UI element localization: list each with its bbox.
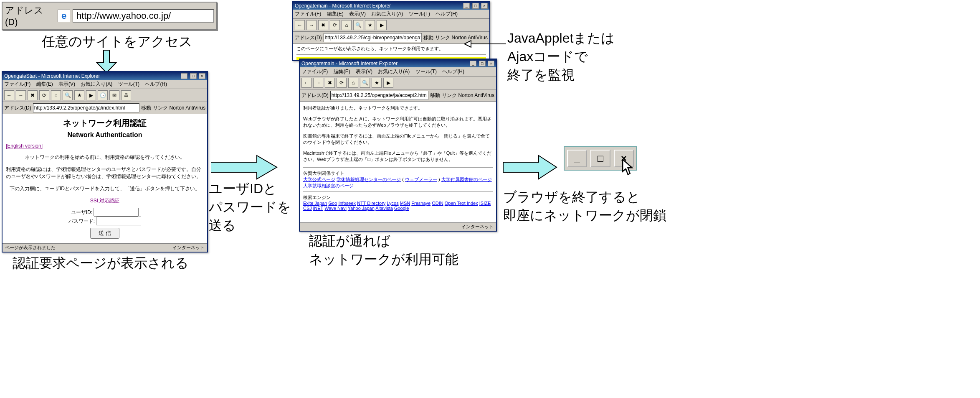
back-button[interactable]: ← bbox=[295, 20, 305, 30]
maximize-button[interactable]: □ bbox=[472, 3, 479, 9]
menu-fav[interactable]: お気に入り(A) bbox=[81, 81, 112, 87]
menu-help[interactable]: ヘルプ(H) bbox=[442, 69, 464, 74]
search-link[interactable]: Goo bbox=[329, 201, 337, 206]
menu-help[interactable]: ヘルプ(H) bbox=[145, 81, 167, 87]
minimize-button[interactable]: _ bbox=[181, 73, 187, 79]
fwd-button[interactable]: → bbox=[16, 90, 26, 100]
go-button[interactable]: 移動 bbox=[141, 105, 151, 112]
menu-view[interactable]: 表示(V) bbox=[58, 81, 75, 87]
menu-tools[interactable]: ツール(T) bbox=[118, 81, 139, 87]
search-button[interactable]: 🔍 bbox=[353, 20, 363, 30]
maximize-button[interactable]: □ bbox=[479, 61, 486, 66]
search-link[interactable]: iNET bbox=[313, 206, 323, 211]
minimize-button[interactable]: _ bbox=[463, 3, 470, 9]
close-button[interactable]: × bbox=[481, 3, 488, 9]
fwd-button[interactable]: → bbox=[306, 20, 317, 30]
arrow-down-icon bbox=[96, 50, 117, 73]
address-input[interactable] bbox=[324, 33, 422, 42]
stop-button[interactable]: ✖ bbox=[318, 20, 328, 30]
english-link[interactable]: [English version] bbox=[6, 143, 43, 149]
go-button[interactable]: 移動 bbox=[423, 34, 433, 41]
menu-fav[interactable]: お気に入り(A) bbox=[378, 69, 410, 74]
toolbar: ← → ✖ ⟳ ⌂ 🔍 ★ ▶ 🕓 ✉ 🖶 bbox=[3, 89, 207, 102]
search-link[interactable]: Exite Japan bbox=[303, 201, 327, 206]
back-button[interactable]: ← bbox=[4, 90, 14, 100]
search-link[interactable]: Open Text Index bbox=[445, 201, 478, 206]
caption-send-creds: ユーザIDと パスワードを 送る bbox=[209, 180, 291, 235]
search-button[interactable]: 🔍 bbox=[63, 90, 73, 100]
menu-fav[interactable]: お気に入り(A) bbox=[371, 11, 403, 17]
maximize-button[interactable]: □ bbox=[190, 73, 197, 79]
refresh-button[interactable]: ⟳ bbox=[330, 20, 340, 30]
accept-line2: Webブラウザが終了したときに、ネットワーク利用許可は自動的に取り消されます。悪… bbox=[303, 116, 493, 128]
rel-link[interactable]: 大学就職相談室のページ bbox=[303, 183, 354, 188]
search-link[interactable]: Altavista bbox=[375, 206, 393, 211]
search-link[interactable]: Lycos bbox=[387, 201, 398, 206]
rel-link[interactable]: 大学付属図書館のページ bbox=[441, 177, 492, 182]
stop-button[interactable]: ✖ bbox=[325, 78, 335, 88]
ssl-link[interactable]: SSL対応認証 bbox=[90, 198, 120, 204]
window-buttons: _ □ × bbox=[469, 60, 494, 66]
search-link[interactable]: Freshaye bbox=[411, 201, 430, 206]
go-button[interactable]: 移動 bbox=[430, 92, 440, 99]
minimize-button[interactable]: _ bbox=[567, 150, 587, 167]
submit-button[interactable]: 送 信 bbox=[90, 228, 119, 239]
fav-button[interactable]: ★ bbox=[365, 20, 375, 30]
rel-link[interactable]: 大学公式ページ bbox=[303, 177, 335, 182]
search-link[interactable]: ODIN bbox=[432, 201, 443, 206]
fwd-button[interactable]: → bbox=[313, 78, 323, 88]
search-link[interactable]: MSN bbox=[400, 201, 410, 206]
close-button[interactable]: × bbox=[199, 73, 205, 79]
menu-file[interactable]: ファイル(F) bbox=[295, 11, 321, 17]
close-button[interactable]: × bbox=[488, 61, 494, 66]
media-button[interactable]: ▶ bbox=[377, 20, 387, 30]
search-link[interactable]: NTT Directory bbox=[357, 201, 385, 206]
menu-tools[interactable]: ツール(T) bbox=[415, 69, 437, 74]
close-button[interactable]: × bbox=[614, 150, 634, 167]
menu-tools[interactable]: ツール(T) bbox=[409, 11, 430, 17]
menu-edit[interactable]: 編集(E) bbox=[327, 11, 344, 17]
rel-link[interactable]: ウェブメーラー bbox=[405, 177, 437, 182]
accept-line3: 図書館の専用端末で終了するには、画面左上端のFileメニューから「閉じる」を選ん… bbox=[303, 133, 493, 145]
menu-edit[interactable]: 編集(E) bbox=[334, 69, 350, 74]
menu-help[interactable]: ヘルプ(H) bbox=[436, 11, 458, 17]
rel-link[interactable]: 学術情報処理センターのページ bbox=[337, 177, 401, 182]
media-button[interactable]: ▶ bbox=[86, 90, 96, 100]
address-input[interactable] bbox=[330, 91, 428, 100]
links-label: リンク bbox=[442, 92, 457, 99]
auth-p3: 下の入力欄に、ユーザIDとパスワードを入力して、「送信」ボタンを押して下さい。 bbox=[6, 185, 204, 192]
media-button[interactable]: ▶ bbox=[383, 78, 393, 88]
norton-label: Norton AntiVirus bbox=[170, 105, 206, 111]
maximize-button[interactable]: □ bbox=[590, 150, 610, 167]
address-input[interactable] bbox=[33, 103, 139, 112]
menu-view[interactable]: 表示(V) bbox=[356, 69, 372, 74]
userid-input[interactable] bbox=[94, 208, 139, 217]
history-button[interactable]: 🕓 bbox=[98, 90, 108, 100]
home-button[interactable]: ⌂ bbox=[348, 78, 358, 88]
minimize-button[interactable]: _ bbox=[470, 61, 476, 66]
search-link[interactable]: Yahoo Japan bbox=[348, 206, 375, 211]
mail-button[interactable]: ✉ bbox=[109, 90, 119, 100]
search-link[interactable]: Wave Navi bbox=[324, 206, 347, 211]
home-button[interactable]: ⌂ bbox=[342, 20, 352, 30]
search-link[interactable]: Infoseek bbox=[338, 201, 356, 206]
search-link[interactable]: Google bbox=[394, 206, 409, 211]
search-link[interactable]: CSJ bbox=[303, 206, 312, 211]
menu-file[interactable]: ファイル(F) bbox=[4, 81, 30, 87]
search-button[interactable]: 🔍 bbox=[360, 78, 370, 88]
menu-view[interactable]: 表示(V) bbox=[349, 11, 366, 17]
refresh-button[interactable]: ⟳ bbox=[337, 78, 347, 88]
stop-button[interactable]: ✖ bbox=[28, 90, 38, 100]
fav-button[interactable]: ★ bbox=[74, 90, 84, 100]
home-button[interactable]: ⌂ bbox=[51, 90, 61, 100]
fav-button[interactable]: ★ bbox=[372, 78, 382, 88]
print-button[interactable]: 🖶 bbox=[121, 90, 131, 100]
toolbar: ← → ✖ ⟳ ⌂ 🔍 ★ ▶ bbox=[293, 19, 489, 32]
address-url[interactable]: http://www.yahoo.co.jp/ bbox=[73, 9, 214, 23]
menu-file[interactable]: ファイル(F) bbox=[301, 69, 328, 74]
search-link[interactable]: ISIZE bbox=[479, 201, 491, 206]
menu-edit[interactable]: 編集(E) bbox=[36, 81, 53, 87]
password-input[interactable] bbox=[96, 217, 141, 225]
refresh-button[interactable]: ⟳ bbox=[39, 90, 49, 100]
back-button[interactable]: ← bbox=[301, 78, 311, 88]
